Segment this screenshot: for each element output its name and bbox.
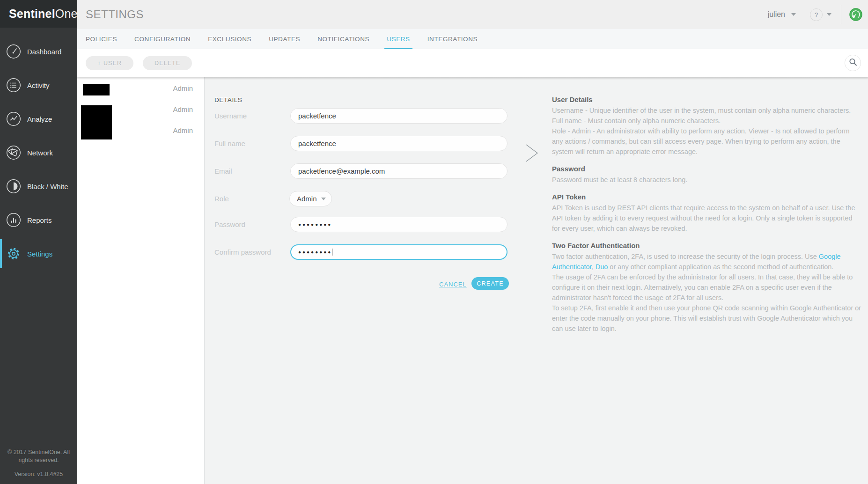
- confirm-password-row: Confirm password ●●●●●●●●: [214, 244, 509, 260]
- sidebar-footer: © 2017 SentinelOne. All rights reserved.…: [2, 448, 75, 479]
- user-list: Admin Admin Admin: [77, 77, 205, 484]
- full-name-label: Full name: [214, 136, 245, 151]
- users-content: Admin Admin Admin DETAILS Username Full …: [77, 77, 868, 484]
- sidebar-item-label: Network: [27, 149, 53, 157]
- username-label: Username: [214, 108, 247, 124]
- email-field[interactable]: [290, 163, 508, 179]
- sidebar-item-label: Reports: [27, 216, 52, 224]
- redacted-user-name: [83, 84, 110, 95]
- confirm-password-label: Confirm password: [214, 244, 271, 260]
- password-row: Password ●●●●●●●●: [214, 217, 509, 232]
- redacted-user-name: [81, 105, 112, 139]
- chevron-down-icon: [791, 13, 796, 16]
- tab-integrations[interactable]: INTEGRATIONS: [427, 29, 478, 49]
- sidebar-item-black-white[interactable]: Black / White: [0, 169, 77, 203]
- tab-exclusions[interactable]: EXCLUSIONS: [208, 29, 251, 49]
- help-text: Full name - Must contain only alpha nume…: [552, 116, 862, 126]
- help-icon: ?: [810, 8, 823, 21]
- collapse-panel-chevron-icon[interactable]: [526, 144, 538, 164]
- gauge-icon: [6, 44, 21, 59]
- logo-text-bold: Sentinel: [9, 7, 55, 21]
- create-button[interactable]: CREATE: [471, 277, 509, 290]
- email-row: Email: [214, 163, 509, 179]
- add-user-button[interactable]: + USER: [86, 56, 133, 70]
- help-title: API Token: [552, 193, 862, 201]
- help-user-details: User Details Username - Unique identifie…: [552, 95, 862, 157]
- logo-text-light: One: [55, 7, 78, 21]
- tab-configuration[interactable]: CONFIGURATION: [134, 29, 191, 49]
- users-toolbar: + USER DELETE: [77, 49, 868, 77]
- analyze-chart-icon: [6, 111, 21, 126]
- user-role: Admin: [173, 105, 193, 113]
- version-text: Version: v1.8.4#25: [2, 470, 75, 479]
- help-two-factor: Two Factor Authentication Two factor aut…: [552, 242, 862, 334]
- black-white-icon: [6, 179, 21, 194]
- help-title: Two Factor Authentication: [552, 242, 862, 249]
- username-field[interactable]: [290, 108, 508, 124]
- help-text: The usage of 2FA can be enforced by the …: [552, 272, 862, 303]
- help-text: Role - Admin - An administrator with abi…: [552, 126, 862, 157]
- help-text: Username - Unique identifier of the user…: [552, 105, 862, 116]
- agent-status-icon[interactable]: [849, 8, 862, 21]
- full-name-row: Full name: [214, 136, 509, 151]
- help-text-fragment: Two factor authentication, 2FA, is used …: [552, 253, 819, 260]
- chevron-down-icon: [827, 13, 831, 16]
- tab-users[interactable]: USERS: [387, 29, 410, 49]
- sidebar-item-dashboard[interactable]: Dashboard: [0, 35, 77, 68]
- activity-list-icon: [6, 78, 21, 93]
- sidebar-item-label: Dashboard: [27, 48, 61, 56]
- help-title: Password: [552, 165, 862, 173]
- user-menu[interactable]: julien: [768, 10, 796, 19]
- settings-page: SentinelOne Dashboard: [0, 0, 868, 484]
- help-api-token: API Token API Token is used by REST API …: [552, 193, 862, 234]
- role-label: Role: [214, 191, 229, 206]
- help-text: To setup 2FA, first enable it and then u…: [552, 303, 862, 334]
- role-dropdown[interactable]: Admin: [289, 191, 332, 206]
- gear-icon: [6, 246, 21, 261]
- sidebar-item-settings[interactable]: Settings: [0, 237, 77, 271]
- help-password: Password Password must be at least 8 cha…: [552, 165, 862, 185]
- help-panel: User Details Username - Unique identifie…: [552, 95, 862, 342]
- confirm-password-dots: ●●●●●●●●: [298, 249, 332, 255]
- search-icon: [848, 57, 858, 69]
- tab-policies[interactable]: POLICIES: [86, 29, 117, 49]
- sidebar-nav: Dashboard Activity: [0, 35, 77, 271]
- delete-user-button[interactable]: DELETE: [143, 56, 192, 70]
- list-divider: [77, 99, 204, 99]
- duo-link[interactable]: Duo: [596, 263, 608, 271]
- help-text-fragment: or any other compliant application as th…: [608, 263, 833, 271]
- sidebar: SentinelOne Dashboard: [0, 0, 77, 484]
- role-row: Role Admin: [214, 191, 509, 206]
- cancel-button[interactable]: CANCEL: [439, 281, 467, 288]
- user-role: Admin: [173, 126, 193, 134]
- page-header: SETTINGS julien ?: [77, 0, 868, 29]
- sidebar-item-label: Activity: [27, 81, 50, 89]
- confirm-password-field[interactable]: ●●●●●●●●: [290, 244, 508, 260]
- sidebar-item-analyze[interactable]: Analyze: [0, 102, 77, 136]
- user-name: julien: [768, 10, 785, 19]
- sidebar-item-reports[interactable]: Reports: [0, 203, 77, 237]
- sidebar-item-network[interactable]: Network: [0, 136, 77, 169]
- tab-updates[interactable]: UPDATES: [269, 29, 300, 49]
- search-button[interactable]: [845, 55, 861, 71]
- password-label: Password: [214, 217, 245, 232]
- header-right: julien ?: [768, 0, 862, 29]
- link-separator: ,: [592, 263, 596, 271]
- help-text: API Token is used by REST API clients th…: [552, 203, 862, 234]
- password-field[interactable]: ●●●●●●●●: [290, 217, 508, 232]
- password-dots: ●●●●●●●●: [298, 222, 332, 227]
- sidebar-item-activity[interactable]: Activity: [0, 68, 77, 102]
- bar-chart-icon: [6, 213, 21, 227]
- username-row: Username: [214, 108, 509, 124]
- tab-notifications[interactable]: NOTIFICATIONS: [317, 29, 369, 49]
- sentinelone-logo[interactable]: SentinelOne: [0, 0, 77, 28]
- settings-tabs: POLICIES CONFIGURATION EXCLUSIONS UPDATE…: [77, 29, 868, 49]
- copyright-text: © 2017 SentinelOne. All rights reserved.: [2, 448, 75, 465]
- text-cursor: [332, 249, 332, 256]
- details-section-title: DETAILS: [214, 96, 242, 103]
- user-role: Admin: [173, 84, 193, 92]
- help-text: Password must be at least 8 characters l…: [552, 175, 862, 185]
- sidebar-item-label: Settings: [27, 250, 52, 258]
- help-menu[interactable]: ?: [810, 8, 831, 21]
- full-name-field[interactable]: [290, 136, 508, 151]
